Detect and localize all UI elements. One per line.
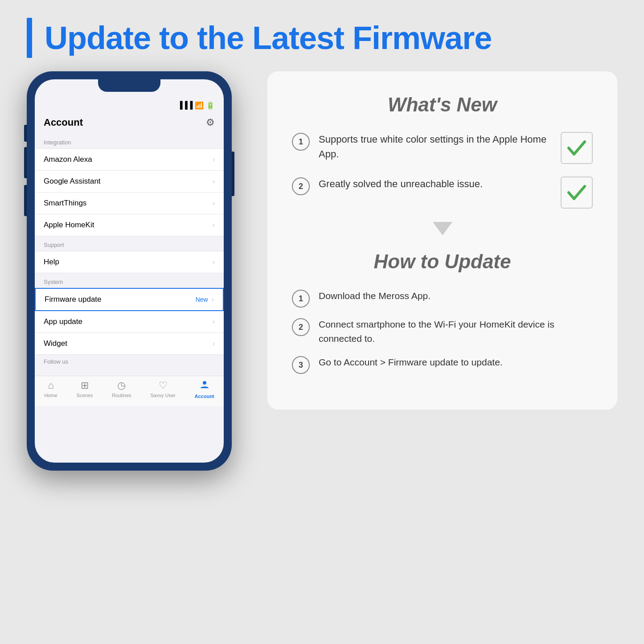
menu-group-system: Firmware update New › App update › Widge… (35, 288, 224, 355)
menu-item-firmware-update[interactable]: Firmware update New › (35, 288, 224, 311)
how-to-text-1: Download the Meross App. (319, 289, 593, 303)
firmware-new-badge: New (196, 296, 208, 303)
chevron-icon: › (213, 318, 215, 326)
phone-btn-power (232, 152, 234, 196)
whats-new-text-2: Greatly solved the unreachable issue. (319, 176, 552, 191)
signal-icon: ▐▐▐ (177, 101, 193, 109)
bottom-nav-label: Routines (112, 393, 131, 398)
battery-icon: 🔋 (206, 101, 215, 110)
nav-title: Account (44, 117, 83, 128)
menu-item-smartthings[interactable]: SmartThings › (35, 193, 224, 214)
phone-mockup: ▐▐▐ 📶 🔋 Account ⚙ Integration (27, 71, 232, 471)
menu-item-app-update[interactable]: App update › (35, 311, 224, 333)
phone-notch (98, 79, 160, 92)
menu-item-label: Firmware update (45, 295, 102, 304)
how-to-text-3: Go to Account > Firmware update to updat… (319, 355, 593, 369)
menu-item-label: Apple HomeKit (44, 221, 94, 230)
phone-btn-silent (24, 125, 27, 142)
chevron-icon: › (213, 221, 215, 229)
bottom-nav-account[interactable]: Account (195, 380, 214, 399)
chevron-icon: › (213, 199, 215, 207)
bottom-nav: ⌂ Home ⊞ Scenes ◷ Routines ♡ (35, 376, 224, 406)
step-num-1: 1 (292, 290, 310, 308)
routines-icon: ◷ (117, 380, 126, 391)
how-to-update-title: How to Update (292, 250, 593, 273)
page-title: Update to the Latest Firmware (45, 20, 492, 56)
how-to-item-3: 3 Go to Account > Firmware update to upd… (292, 355, 593, 374)
how-to-list: 1 Download the Meross App. 2 Connect sma… (292, 289, 593, 374)
savvy-user-icon: ♡ (159, 380, 168, 391)
menu-item-label: Widget (44, 339, 67, 348)
section-label-system: System (35, 273, 224, 288)
wifi-icon: 📶 (195, 101, 204, 110)
how-to-item-2: 2 Connect smartphone to the Wi-Fi your H… (292, 317, 593, 345)
step-num-3: 3 (292, 356, 310, 374)
follow-us-label: Follow us (35, 355, 224, 367)
step-num-2: 2 (292, 318, 310, 336)
checkmark-box-1 (561, 132, 593, 164)
scenes-icon: ⊞ (81, 380, 89, 391)
menu-item-amazon-alexa[interactable]: Amazon Alexa › (35, 148, 224, 171)
chevron-icon: › (213, 156, 215, 164)
app-screen: ▐▐▐ 📶 🔋 Account ⚙ Integration (35, 79, 224, 463)
item-content: Supports true white color settings in th… (319, 132, 593, 164)
home-icon: ⌂ (48, 380, 53, 391)
chevron-icon: › (213, 258, 215, 266)
menu-group-integration: Amazon Alexa › Google Assistant › SmartT… (35, 148, 224, 236)
menu-item-label: App update (44, 317, 82, 326)
menu-group-support: Help › (35, 251, 224, 273)
chevron-icon: › (212, 295, 214, 304)
bottom-nav-savvy-user[interactable]: ♡ Savvy User (150, 380, 175, 399)
menu-item-right: New › (196, 295, 214, 304)
step-num-1: 1 (292, 133, 310, 151)
gear-icon[interactable]: ⚙ (206, 117, 215, 128)
main-layout: ▐▐▐ 📶 🔋 Account ⚙ Integration (0, 71, 644, 471)
phone-container: ▐▐▐ 📶 🔋 Account ⚙ Integration (27, 71, 245, 471)
menu-item-google-assistant[interactable]: Google Assistant › (35, 171, 224, 193)
phone-btn-vol-down (24, 185, 27, 216)
how-to-text-2: Connect smartphone to the Wi-Fi your Hom… (319, 317, 593, 345)
whats-new-item-1: 1 Supports true white color settings in … (292, 132, 593, 164)
whats-new-title: What's New (292, 94, 593, 116)
phone-btn-vol-up (24, 147, 27, 178)
info-panel: What's New 1 Supports true white color s… (267, 71, 617, 410)
menu-item-label: Google Assistant (44, 177, 101, 186)
down-arrow-icon (433, 222, 452, 235)
title-accent-line (27, 18, 32, 58)
checkmark-icon-2 (565, 181, 588, 204)
status-bar: ▐▐▐ 📶 🔋 (35, 97, 224, 113)
menu-item-apple-homekit[interactable]: Apple HomeKit › (35, 214, 224, 236)
menu-item-label: Amazon Alexa (44, 155, 92, 164)
phone-screen: ▐▐▐ 📶 🔋 Account ⚙ Integration (35, 79, 224, 463)
menu-item-widget[interactable]: Widget › (35, 333, 224, 355)
step-num-2: 2 (292, 177, 310, 195)
nav-header: Account ⚙ (35, 113, 224, 134)
bottom-nav-label: Savvy User (150, 393, 175, 398)
account-icon (200, 380, 209, 392)
whats-new-text-1: Supports true white color settings in th… (319, 132, 552, 161)
chevron-icon: › (213, 340, 215, 348)
bottom-nav-routines[interactable]: ◷ Routines (112, 380, 131, 399)
menu-item-label: SmartThings (44, 199, 86, 208)
bottom-nav-scenes[interactable]: ⊞ Scenes (77, 380, 93, 399)
divider-arrow (292, 222, 593, 237)
how-to-item-1: 1 Download the Meross App. (292, 289, 593, 308)
whats-new-item-2: 2 Greatly solved the unreachable issue. (292, 176, 593, 209)
section-label-support: Support (35, 236, 224, 251)
bottom-nav-home[interactable]: ⌂ Home (44, 380, 57, 399)
bottom-nav-label: Scenes (77, 393, 93, 398)
svg-point-0 (203, 381, 206, 385)
menu-item-label: Help (44, 258, 59, 267)
status-icons: ▐▐▐ 📶 🔋 (177, 101, 215, 110)
chevron-icon: › (213, 177, 215, 185)
whats-new-list: 1 Supports true white color settings in … (292, 132, 593, 209)
bottom-nav-label: Home (44, 393, 57, 398)
checkmark-icon-1 (565, 136, 588, 160)
page-title-bar: Update to the Latest Firmware (0, 0, 644, 71)
checkmark-box-2 (561, 176, 593, 209)
item-content: Greatly solved the unreachable issue. (319, 176, 593, 209)
bottom-nav-label: Account (195, 394, 214, 399)
menu-item-help[interactable]: Help › (35, 251, 224, 273)
section-label-integration: Integration (35, 134, 224, 148)
